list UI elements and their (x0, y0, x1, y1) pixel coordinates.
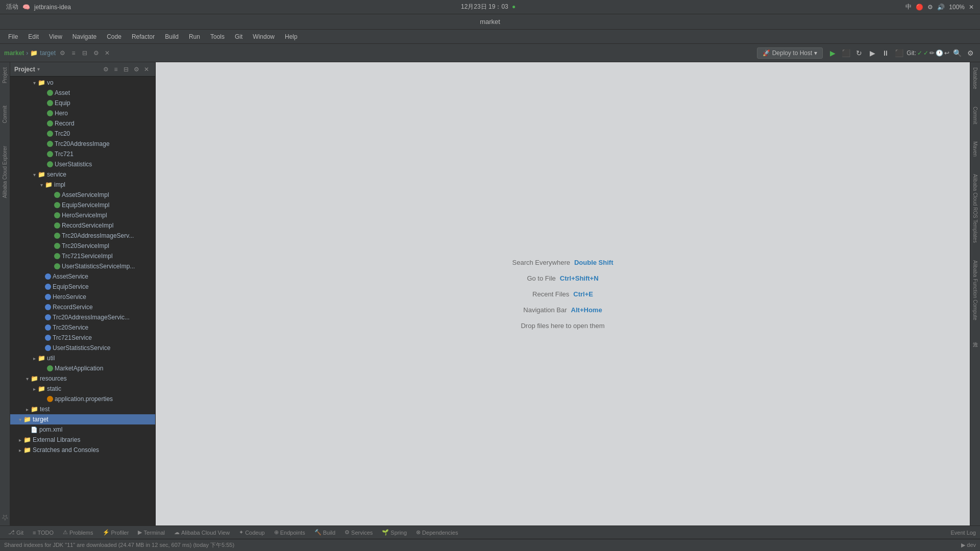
tab-profiler[interactable]: ⚡ Profiler (99, 528, 133, 537)
tab-endpoints[interactable]: ⊕ Endpoints (270, 528, 309, 537)
tree-item-trc721service[interactable]: Trc721Service (10, 333, 155, 343)
rerun-btn[interactable]: ↻ (853, 47, 865, 59)
run-btn[interactable]: ▶ (827, 47, 838, 59)
tree-item-recordserviceimpl[interactable]: RecordServiceImpl (10, 220, 155, 231)
tab-spring[interactable]: 🌱 Spring (378, 528, 411, 537)
tree-label-vo: vo (47, 79, 54, 86)
tree-item-asset[interactable]: Asset (10, 88, 155, 98)
tree-item-trc721serviceimpl[interactable]: Trc721ServiceImpl (10, 251, 155, 261)
tree-item-vo[interactable]: ▾ 📁 vo (10, 78, 155, 88)
method-side-tab[interactable]: 方法 (971, 335, 980, 341)
menu-edit[interactable]: Edit (24, 32, 43, 41)
tree-item-trc20serviceimpl[interactable]: Trc20ServiceImpl (10, 241, 155, 251)
tree-item-assetservice[interactable]: AssetService (10, 271, 155, 282)
tab-todo[interactable]: ≡ TODO (29, 529, 58, 537)
project-side-tab[interactable]: Project (1, 64, 9, 86)
project-header-sort-btn[interactable]: ≡ (111, 65, 120, 74)
menu-git[interactable]: Git (231, 32, 247, 41)
menu-navigate[interactable]: Navigate (68, 32, 101, 41)
tree-item-pomxml[interactable]: 📄 pom.xml (10, 424, 155, 435)
breadcrumb-target-label[interactable]: target (40, 49, 56, 57)
menu-window[interactable]: Window (249, 32, 279, 41)
tree-item-assetserviceimpl[interactable]: AssetServiceImpl (10, 190, 155, 200)
explorer-side-tab[interactable]: Alibaba Cloud Explorer (1, 143, 9, 201)
menu-code[interactable]: Code (103, 32, 126, 41)
tree-item-trc20[interactable]: Trc20 (10, 129, 155, 139)
tab-codeup[interactable]: ✦ Codeup (235, 528, 269, 537)
event-log-button[interactable]: Event Log (950, 530, 976, 536)
project-dropdown-icon[interactable]: ▾ (37, 66, 40, 72)
tree-item-trc20addrserviceif[interactable]: Trc20AddressImageServic... (10, 312, 155, 322)
tree-item-external-libraries[interactable]: ▸ 📁 External Libraries (10, 435, 155, 445)
tree-item-equip[interactable]: Equip (10, 98, 155, 108)
tree-item-test[interactable]: ▸ 📁 test (10, 404, 155, 414)
search-toolbar-btn[interactable]: 🔍 (951, 47, 963, 59)
tree-item-target[interactable]: ▾ 📁 target (10, 414, 155, 424)
profiler-tab-label: Profiler (111, 530, 129, 536)
deploy-to-host-button[interactable]: 🚀 Deploy to Host ▾ (757, 47, 823, 59)
tree-item-scratches[interactable]: ▸ 📁 Scratches and Consoles (10, 445, 155, 455)
toolbar-sort-btn[interactable]: ≡ (69, 48, 78, 58)
breadcrumb-project[interactable]: market (4, 49, 24, 57)
favorite-side-tab[interactable]: ☆ (0, 510, 11, 525)
stop-btn[interactable]: ⬛ (840, 47, 851, 59)
tree-item-heroserviceimpl[interactable]: HeroServiceImpl (10, 210, 155, 220)
tree-item-trc20service[interactable]: Trc20Service (10, 322, 155, 333)
project-header-collapse-btn[interactable]: ⊟ (121, 65, 131, 74)
status-git-branch[interactable]: ▶ dev (961, 542, 976, 548)
tab-alibaba-cloud[interactable]: ☁ Alibaba Cloud View (170, 528, 234, 537)
alibaba-ros-side-tab[interactable]: Alibaba Cloud ROS Templates (971, 171, 979, 246)
toolbar-gear-btn[interactable]: ⚙ (91, 48, 101, 58)
menu-view[interactable]: View (45, 32, 66, 41)
menu-tools[interactable]: Tools (206, 32, 229, 41)
settings-toolbar-btn[interactable]: ⚙ (965, 47, 976, 59)
tree-item-equipserviceimpl[interactable]: EquipServiceImpl (10, 200, 155, 210)
tree-item-equipservice[interactable]: EquipService (10, 282, 155, 292)
tree-item-service[interactable]: ▾ 📁 service (10, 169, 155, 180)
tab-problems[interactable]: ⚠ Problems (59, 528, 97, 537)
tab-services[interactable]: ⚙ Services (340, 528, 377, 537)
alibaba-func-side-tab[interactable]: Alibaba Function Compute (971, 257, 979, 323)
commit-right-side-tab[interactable]: Commit (971, 104, 979, 127)
toolbar: market › 📁 target ⚙ ≡ ⊟ ⚙ ✕ 🚀 Deploy to … (0, 44, 980, 62)
activities-label[interactable]: 活动 (6, 3, 18, 11)
project-header-close-btn[interactable]: ✕ (142, 65, 151, 74)
tree-item-impl[interactable]: ▾ 📁 impl (10, 180, 155, 190)
tree-item-record[interactable]: Record (10, 118, 155, 129)
tree-item-marketapplication[interactable]: MarketApplication (10, 363, 155, 373)
tree-item-resources[interactable]: ▾ 📁 resources (10, 373, 155, 384)
menu-run[interactable]: Run (185, 32, 204, 41)
tab-build[interactable]: 🔨 Build (310, 528, 339, 537)
tab-git[interactable]: ⎇ Git (4, 528, 28, 537)
menu-help[interactable]: Help (281, 32, 302, 41)
coverage-btn[interactable]: ▶ (867, 47, 878, 59)
database-side-tab[interactable]: Database (971, 64, 979, 92)
project-header-gear-btn[interactable]: ⚙ (132, 65, 141, 74)
menu-refactor[interactable]: Refactor (128, 32, 159, 41)
debug-btn[interactable]: ⬛ (893, 47, 904, 59)
maven-side-tab[interactable]: Maven (971, 138, 979, 160)
tree-item-heroservice[interactable]: HeroService (10, 292, 155, 302)
tree-item-recordservice[interactable]: RecordService (10, 302, 155, 312)
pause-btn[interactable]: ⏸ (880, 47, 891, 59)
tree-item-userstatisticsservice[interactable]: UserStatisticsService (10, 343, 155, 353)
toolbar-collapse-btn[interactable]: ⊟ (80, 48, 89, 58)
commit-side-tab[interactable]: Commit (1, 103, 9, 126)
toolbar-close-btn[interactable]: ✕ (103, 48, 112, 58)
tree-item-hero[interactable]: Hero (10, 108, 155, 118)
tree-item-userstatistics[interactable]: UserStatistics (10, 159, 155, 169)
tree-label-resources: resources (40, 375, 67, 382)
tree-item-util[interactable]: ▸ 📁 util (10, 353, 155, 363)
toolbar-settings-btn[interactable]: ⚙ (58, 48, 67, 58)
tree-item-trc20addr[interactable]: Trc20AddressImage (10, 139, 155, 149)
tree-item-trc721[interactable]: Trc721 (10, 149, 155, 159)
tree-item-static[interactable]: ▸ 📁 static (10, 384, 155, 394)
tab-dependencies[interactable]: ⊗ Dependencies (412, 528, 462, 537)
tree-item-appprops[interactable]: application.properties (10, 394, 155, 404)
tree-item-userstatisticsserviceimp[interactable]: UserStatisticsServiceImp... (10, 261, 155, 271)
menu-build[interactable]: Build (161, 32, 183, 41)
menu-file[interactable]: File (4, 32, 22, 41)
project-header-settings-btn[interactable]: ⚙ (101, 65, 110, 74)
tab-terminal[interactable]: ▶ Terminal (134, 528, 169, 537)
tree-item-trc20addrserv[interactable]: Trc20AddressImageServ... (10, 231, 155, 241)
